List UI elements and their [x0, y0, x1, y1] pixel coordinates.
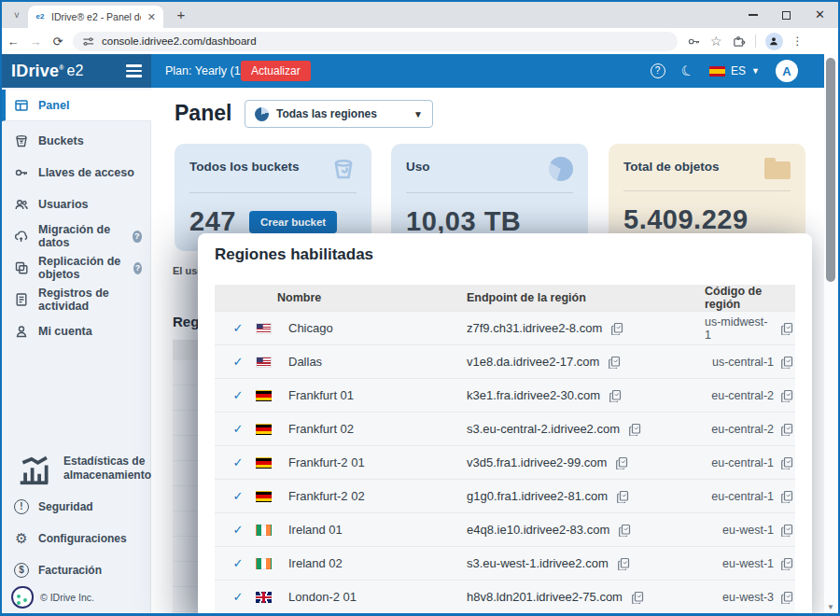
sidebar: Panel Buckets Llaves de acceso Usuarios … — [2, 88, 151, 616]
sidebar-item-label: Migración de datos — [38, 223, 123, 249]
region-name: Ireland 02 — [288, 556, 343, 570]
sidebar-item-object-replication[interactable]: Replicación de objetos ? — [2, 252, 151, 284]
scrollbar-thumb[interactable] — [826, 58, 835, 282]
country-flag-icon — [256, 424, 272, 435]
passwords-key-icon[interactable] — [687, 35, 701, 49]
copy-code-icon[interactable] — [780, 423, 793, 436]
card-title: Total de objetos — [623, 157, 720, 174]
sidebar-item-access-keys[interactable]: Llaves de acceso — [2, 157, 151, 189]
sidebar-item-my-account[interactable]: Mi cuenta — [2, 315, 151, 347]
maximize-button[interactable] — [782, 11, 791, 20]
region-name: Frankfurt-2 02 — [288, 489, 365, 503]
help-badge[interactable]: ? — [133, 231, 142, 243]
menu-dots-icon[interactable]: ⋮ — [792, 35, 804, 48]
region-name: Frankfurt 01 — [288, 388, 354, 402]
help-badge[interactable]: ? — [133, 262, 142, 274]
sidebar-item-storage-stats[interactable]: Estadísticas de almacenamiento — [2, 450, 151, 487]
region-row[interactable]: ✓ Frankfurt-2 01 v3d5.fra1.idrivee2-99.c… — [215, 445, 795, 479]
sidebar-item-security[interactable]: ! Seguridad — [2, 493, 151, 521]
copy-code-icon[interactable] — [780, 490, 793, 503]
sidebar-item-panel[interactable]: Panel — [2, 90, 151, 121]
bookmark-star-icon[interactable]: ☆ — [710, 34, 722, 49]
copy-endpoint-icon[interactable] — [608, 356, 621, 369]
gear-icon: ⚙ — [14, 530, 29, 547]
language-selector[interactable]: ES ▼ — [709, 64, 760, 77]
favicon: e2 — [34, 10, 47, 23]
sidebar-item-label: Configuraciones — [38, 532, 127, 545]
copy-endpoint-icon[interactable] — [609, 389, 622, 402]
sidebar-item-label: Usuarios — [38, 198, 89, 211]
scrollbar-down-arrow[interactable]: ▼ — [827, 603, 834, 611]
tab-title: IDrive® e2 - Panel de Control — [51, 11, 141, 22]
copy-endpoint-icon[interactable] — [628, 423, 641, 436]
country-flag-icon — [256, 558, 272, 569]
copy-code-icon[interactable] — [780, 322, 793, 335]
copy-code-icon[interactable] — [780, 456, 793, 469]
browser-tab[interactable]: e2 IDrive® e2 - Panel de Control ✕ — [28, 6, 163, 28]
browser-profile-avatar[interactable] — [765, 33, 783, 50]
copy-code-icon[interactable] — [780, 591, 793, 604]
page-scrollbar[interactable]: ▼ — [824, 54, 838, 615]
chevron-down-icon: ▼ — [413, 109, 423, 119]
spain-flag-icon — [709, 66, 725, 77]
sidebar-item-billing[interactable]: $ Facturación — [2, 556, 151, 584]
region-row[interactable]: ✓ Chicago z7f9.ch31.idrivee2-8.com us-mi… — [215, 311, 795, 344]
app-header: IDrive® e2 Plan: Yearly (1 TB) Actualiza… — [2, 54, 826, 88]
sidebar-item-data-migration[interactable]: Migración de datos ? — [2, 220, 151, 252]
copy-code-icon[interactable] — [780, 524, 793, 537]
copy-code-icon[interactable] — [780, 557, 793, 570]
hamburger-menu-icon[interactable] — [126, 64, 142, 77]
country-flag-icon — [256, 457, 272, 469]
copy-endpoint-icon[interactable] — [615, 456, 628, 469]
person-icon — [768, 35, 779, 47]
region-row[interactable]: ✓ Ireland 02 s3.eu-west-1.idrivee2.com e… — [215, 546, 795, 580]
minimize-button[interactable] — [749, 14, 758, 16]
refresh-icon[interactable]: ⟳ — [47, 35, 69, 49]
region-row[interactable]: ✓ Frankfurt 01 k3e1.fra.idrivee2-30.com … — [215, 378, 795, 412]
back-icon[interactable]: ← — [2, 35, 24, 49]
country-flag-icon — [256, 390, 272, 401]
copy-endpoint-icon[interactable] — [610, 322, 623, 335]
sidebar-item-settings[interactable]: ⚙ Configuraciones — [2, 525, 151, 553]
sidebar-item-buckets[interactable]: Buckets — [2, 125, 151, 157]
region-name: London-2 01 — [288, 590, 357, 604]
user-avatar[interactable]: A — [776, 60, 798, 82]
copy-code-icon[interactable] — [780, 356, 793, 369]
dark-mode-moon-icon[interactable]: ☾ — [679, 61, 696, 81]
url-bar[interactable]: console.idrivee2.com/dashboard — [73, 32, 678, 51]
region-row[interactable]: ✓ Frankfurt 02 s3.eu-central-2.idrivee2.… — [215, 412, 795, 445]
site-settings-icon[interactable] — [82, 35, 94, 48]
create-bucket-button[interactable]: Crear bucket — [249, 211, 337, 233]
tab-search-icon[interactable]: ˅ — [9, 8, 24, 23]
region-row[interactable]: ✓ Ireland 01 e4q8.ie10.idrivee2-83.com e… — [215, 512, 795, 546]
sidebar-item-activity-logs[interactable]: Registros de actividad — [2, 284, 151, 315]
country-flag-icon — [256, 592, 272, 603]
close-button[interactable]: ✕ — [815, 10, 825, 20]
tab-close-icon[interactable]: ✕ — [146, 11, 158, 23]
key-icon — [14, 165, 29, 180]
extensions-icon[interactable] — [732, 35, 746, 49]
new-tab-button[interactable]: + — [172, 7, 190, 22]
upgrade-button[interactable]: Actualizar — [241, 61, 311, 81]
sidebar-item-label: Estadísticas de almacenamiento — [63, 455, 151, 483]
sidebar-item-users[interactable]: Usuarios — [2, 189, 151, 220]
help-icon[interactable]: ? — [651, 63, 665, 78]
copy-endpoint-icon[interactable] — [618, 524, 631, 537]
column-header-name: Nombre — [215, 291, 467, 304]
app-logo[interactable]: IDrive® e2 — [2, 54, 151, 88]
region-row[interactable]: ✓ Dallas v1e8.da.idrivee2-17.com us-cent… — [215, 344, 795, 378]
copy-endpoint-icon[interactable] — [631, 591, 644, 604]
logo-e2: e2 — [67, 63, 84, 79]
copy-endpoint-icon[interactable] — [616, 490, 629, 503]
replication-icon — [14, 260, 29, 275]
idrive-logo-icon — [11, 586, 34, 609]
copy-endpoint-icon[interactable] — [617, 557, 630, 570]
region-filter-dropdown[interactable]: Todas las regiones ▼ — [245, 100, 433, 128]
region-row[interactable]: ✓ London-2 01 h8v8.ldn201.idrivee2-75.co… — [215, 580, 795, 613]
region-name: Dallas — [288, 355, 322, 369]
account-icon — [14, 324, 29, 339]
modal-title: Regiones habilitadas — [215, 245, 373, 264]
region-row[interactable]: ✓ Frankfurt-2 02 g1g0.fra1.idrivee2-81.c… — [215, 479, 795, 512]
copy-code-icon[interactable] — [780, 389, 793, 402]
forward-icon[interactable]: → — [24, 35, 47, 49]
